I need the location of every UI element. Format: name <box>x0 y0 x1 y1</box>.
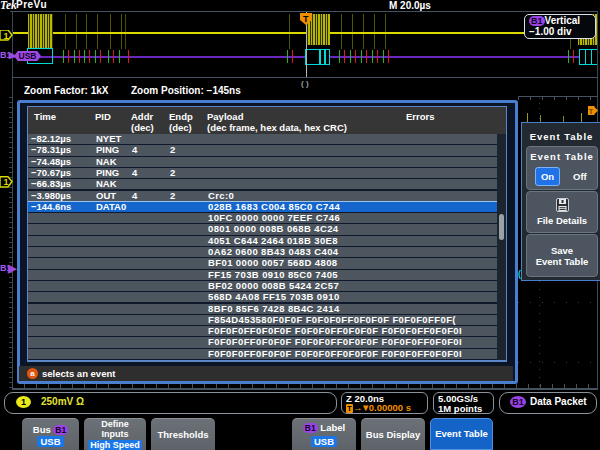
svg-text:T: T <box>589 107 594 116</box>
svg-text:T: T <box>303 14 309 24</box>
svg-text:1: 1 <box>4 31 9 41</box>
svg-text:1: 1 <box>4 177 9 187</box>
